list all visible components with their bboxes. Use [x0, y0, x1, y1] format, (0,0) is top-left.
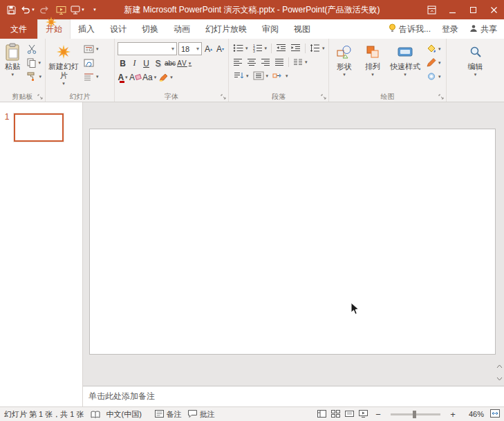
columns-icon[interactable] [292, 56, 309, 68]
share-button[interactable]: 共享 [469, 24, 497, 35]
tab-slide-show[interactable]: 幻灯片放映 [198, 19, 254, 39]
paragraph-dialog-launcher-icon[interactable] [321, 94, 326, 100]
font-dialog-launcher-icon[interactable] [221, 94, 226, 100]
zoom-in-button[interactable]: + [449, 409, 457, 420]
quick-styles-button[interactable]: 快速样式 [386, 39, 424, 91]
align-justify-icon[interactable] [273, 56, 286, 68]
slideshow-from-start-icon[interactable] [53, 1, 68, 18]
paste-label: 粘贴 [5, 62, 20, 71]
tab-view[interactable]: 视图 [286, 19, 318, 39]
font-name-select[interactable] [118, 42, 177, 55]
paste-button[interactable]: 粘贴 [1, 39, 24, 91]
increase-indent-icon[interactable] [289, 42, 302, 54]
spellcheck-icon[interactable] [91, 411, 100, 418]
slide-sorter-view-icon[interactable] [331, 410, 340, 419]
undo-icon[interactable] [20, 1, 35, 18]
font-group-label-text: 字体 [165, 93, 178, 100]
shape-outline-icon[interactable] [425, 57, 442, 68]
text-shadow-icon[interactable]: S [153, 57, 163, 69]
decrease-indent-icon[interactable] [274, 42, 288, 54]
workspace: 1 单击此处添加备注 [0, 102, 504, 406]
drawing-dialog-launcher-icon[interactable] [438, 94, 444, 100]
font-group-label: 字体 [115, 91, 227, 102]
zoom-slider[interactable] [391, 413, 440, 415]
character-spacing-icon[interactable]: AV [177, 57, 192, 69]
bold-icon[interactable]: B [118, 57, 128, 69]
view-buttons [317, 410, 368, 419]
font-size-value: 18 [181, 45, 194, 53]
close-icon[interactable] [483, 0, 504, 19]
align-center-icon[interactable] [245, 56, 258, 68]
customize-qat-icon[interactable] [86, 1, 102, 18]
section-icon[interactable] [82, 71, 100, 82]
change-case-icon[interactable]: Aa [142, 71, 156, 83]
minimize-icon[interactable] [442, 0, 463, 19]
text-highlight-icon[interactable] [158, 71, 174, 83]
previous-slide-icon[interactable] [496, 361, 503, 371]
status-bar: 幻灯片 第 1 张，共 1 张 中文(中国) 备注 批注 − + 46% [0, 406, 504, 421]
convert-to-smartart-icon[interactable] [271, 70, 290, 82]
tab-home[interactable]: 开始 [37, 19, 71, 39]
redo-icon[interactable] [37, 1, 52, 18]
numbering-icon[interactable]: 123 [251, 42, 269, 54]
tab-transitions[interactable]: 切换 [134, 19, 166, 39]
copy-icon[interactable] [26, 57, 43, 68]
shapes-button[interactable]: 形状 [330, 39, 359, 91]
tell-me-box[interactable]: 告诉我... [389, 24, 431, 35]
notes-icon [155, 410, 164, 419]
slide[interactable] [89, 129, 496, 355]
tab-insert[interactable]: 插入 [71, 19, 102, 39]
reading-view-icon[interactable] [345, 410, 354, 419]
maximize-icon[interactable] [463, 0, 483, 19]
zoom-level[interactable]: 46% [463, 410, 484, 418]
search-icon [469, 41, 482, 62]
clipboard-icon [4, 41, 21, 62]
shrink-font-icon[interactable]: A [215, 43, 225, 55]
shape-effects-icon[interactable] [425, 71, 442, 82]
align-right-icon[interactable] [259, 56, 272, 68]
save-icon[interactable] [3, 1, 19, 18]
strikethrough-icon[interactable]: abc [165, 57, 176, 69]
clear-formatting-icon[interactable]: A [129, 71, 141, 83]
tab-review[interactable]: 审阅 [254, 19, 286, 39]
italic-icon[interactable]: I [129, 57, 140, 69]
bullets-icon[interactable] [232, 42, 250, 54]
grow-font-icon[interactable]: A [203, 43, 214, 55]
reset-slide-icon[interactable] [82, 57, 100, 68]
sign-in-link[interactable]: 登录 [442, 24, 458, 35]
underline-icon[interactable]: U [141, 57, 151, 69]
tab-design[interactable]: 设计 [102, 19, 134, 39]
tab-animations[interactable]: 动画 [166, 19, 198, 39]
format-painter-icon[interactable] [26, 71, 43, 82]
tab-file[interactable]: 文件 [0, 19, 37, 39]
notes-pane[interactable]: 单击此处添加备注 [83, 386, 504, 406]
ribbon-display-options-icon[interactable] [421, 0, 442, 19]
text-direction-icon[interactable] [232, 70, 250, 82]
slide-layout-icon[interactable] [82, 43, 100, 55]
zoom-out-button[interactable]: − [374, 409, 382, 420]
zoom-slider-thumb[interactable] [413, 411, 416, 418]
shape-fill-icon[interactable] [425, 43, 442, 55]
line-spacing-icon[interactable] [308, 42, 326, 54]
fit-slide-to-window-icon[interactable] [490, 409, 500, 419]
thumbnail-row: 1 [0, 111, 82, 142]
cut-icon[interactable] [26, 43, 43, 55]
group-drawing: 形状 排列 快速样式 [328, 39, 446, 102]
notes-toggle[interactable]: 备注 [155, 409, 182, 420]
clipboard-dialog-launcher-icon[interactable] [37, 94, 43, 100]
font-color-icon[interactable]: A [118, 71, 128, 83]
arrange-button[interactable]: 排列 [359, 39, 386, 91]
new-slide-button[interactable]: 新建幻灯片 [46, 39, 81, 91]
slideshow-view-icon[interactable] [359, 410, 368, 419]
slide-thumbnail[interactable] [14, 113, 64, 142]
normal-view-icon[interactable] [317, 410, 326, 419]
language-indicator[interactable]: 中文(中国) [106, 409, 142, 420]
touch-mouse-mode-icon[interactable] [70, 1, 85, 18]
editing-button[interactable]: 编辑 [460, 39, 491, 91]
comments-toggle[interactable]: 批注 [188, 409, 215, 420]
next-slide-icon[interactable] [496, 373, 503, 383]
tabrow-right: 告诉我... 登录 共享 [389, 19, 504, 39]
align-left-icon[interactable] [232, 56, 244, 68]
font-size-select[interactable]: 18 [178, 42, 202, 55]
align-text-icon[interactable] [252, 70, 270, 82]
